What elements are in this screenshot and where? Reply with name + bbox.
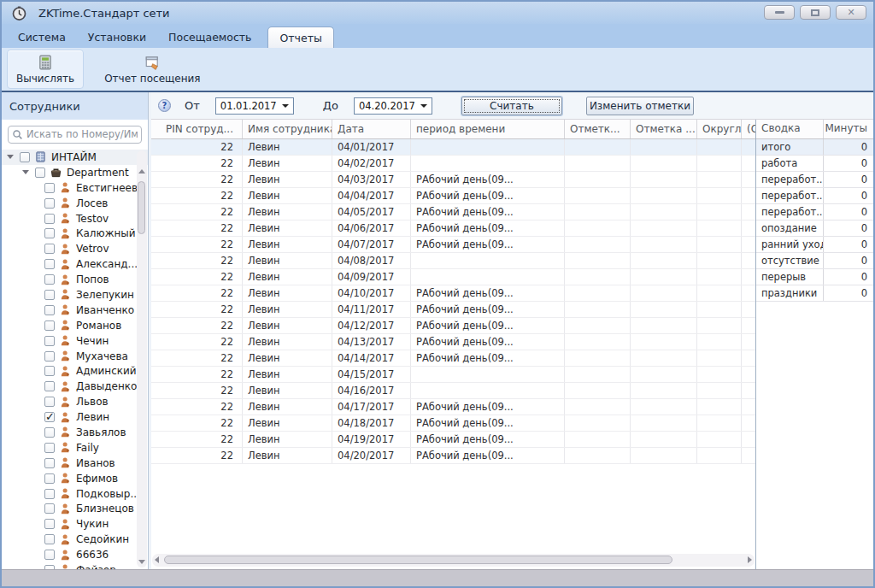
tree-node-employee[interactable]: Подковыр...	[2, 486, 148, 502]
tree-node-employee[interactable]: Калюжный	[2, 226, 148, 241]
menu-item[interactable]: Отчеты	[267, 26, 333, 48]
column-header-mark1[interactable]: Отметк...	[565, 120, 631, 138]
table-row[interactable]: 22 Левин 04/10/2017 РАбочий день(09...	[151, 285, 755, 302]
table-row[interactable]: 22 Левин 04/05/2017 РАбочий день(09...	[151, 204, 755, 220]
tree-node-employee[interactable]: Vetrov	[2, 241, 148, 256]
table-row[interactable]: 22 Левин 04/06/2017 РАбочий день(09...	[151, 220, 755, 237]
menu-item[interactable]: Посещаемость	[157, 26, 262, 48]
summary-row[interactable]: перерыв 0	[756, 269, 873, 285]
table-row[interactable]: 22 Левин 04/07/2017 РАбочий день(09...	[151, 237, 755, 253]
employee-checkbox[interactable]	[44, 336, 55, 346]
table-row[interactable]: 22 Левин 04/20/2017 РАбочий день(09...	[151, 448, 755, 464]
horizontal-scrollbar[interactable]	[152, 554, 755, 567]
tree-node-employee[interactable]: Попов	[2, 272, 148, 287]
employee-checkbox[interactable]	[44, 503, 55, 514]
summary-row[interactable]: работа 0	[756, 156, 873, 172]
employee-checkbox[interactable]	[44, 183, 55, 193]
tree-node-employee[interactable]: Близнецов	[2, 501, 148, 516]
tree-node-employee[interactable]: Мухачева	[2, 349, 148, 364]
table-row[interactable]: 22 Левин 04/16/2017	[151, 383, 755, 399]
tree-node-employee[interactable]: Лосев	[2, 196, 148, 211]
column-header-mark2[interactable]: Отметка ...	[631, 120, 697, 138]
employee-checkbox[interactable]	[44, 565, 55, 569]
tree-node-employee[interactable]: Завьялов	[2, 425, 148, 440]
table-row[interactable]: 22 Левин 04/09/2017	[151, 269, 755, 285]
tree-scrollbar[interactable]	[137, 150, 147, 567]
table-row[interactable]: 22 Левин 04/04/2017 РАбочий день(09...	[151, 188, 755, 204]
tree-node-employee[interactable]: Чечин	[2, 333, 148, 349]
tree-node-employee[interactable]: Чукин	[2, 516, 148, 532]
company-checkbox[interactable]	[20, 152, 30, 162]
table-row[interactable]: 22 Левин 04/17/2017 РАбочий день(09...	[151, 399, 755, 415]
employee-checkbox[interactable]	[44, 274, 55, 285]
tree-node-employee[interactable]: Александ...	[2, 256, 148, 272]
employee-checkbox[interactable]	[44, 305, 55, 315]
employee-checkbox[interactable]	[44, 534, 55, 544]
employee-checkbox[interactable]	[44, 228, 55, 238]
maximize-button[interactable]	[800, 5, 831, 20]
horizontal-scrollbar-thumb[interactable]	[164, 556, 672, 564]
employee-checkbox[interactable]	[44, 427, 55, 438]
employee-checkbox[interactable]	[44, 473, 55, 484]
scroll-down-icon[interactable]	[138, 560, 145, 564]
column-header-pin[interactable]: PIN сотруд...	[151, 120, 243, 138]
scroll-up-icon[interactable]	[138, 169, 145, 173]
summary-row[interactable]: переработ... 0	[756, 204, 873, 220]
employee-checkbox[interactable]	[44, 381, 55, 391]
employee-checkbox[interactable]	[44, 351, 55, 362]
menu-item[interactable]: Установки	[77, 26, 157, 48]
employee-checkbox[interactable]	[44, 458, 55, 468]
to-date-select[interactable]: 04.20.2017	[354, 97, 432, 115]
scroll-right-icon[interactable]	[748, 556, 752, 563]
tree-node-employee[interactable]: Зелепукин	[2, 287, 148, 303]
expand-arrow-icon[interactable]	[7, 155, 14, 159]
employee-checkbox[interactable]	[44, 412, 55, 422]
tree-node-employee[interactable]: Давыденко	[2, 379, 148, 394]
employee-checkbox[interactable]	[44, 259, 55, 269]
minutes-column-header[interactable]: Минуты	[824, 120, 873, 138]
tree-node-employee[interactable]: Седойкин	[2, 532, 148, 547]
tree-node-employee[interactable]: Testov	[2, 211, 148, 226]
summary-column-header[interactable]: Сводка	[756, 120, 824, 138]
table-row[interactable]: 22 Левин 04/19/2017 РАбочий день(09...	[151, 432, 755, 448]
tree-node-employee[interactable]: 66636	[2, 547, 148, 562]
table-row[interactable]: 22 Левин 04/03/2017 РАбочий день(09...	[151, 172, 755, 188]
close-button[interactable]: ✕	[836, 5, 866, 20]
column-header-period[interactable]: период времени	[411, 120, 565, 138]
table-row[interactable]: 22 Левин 04/13/2017 РАбочий день(09...	[151, 334, 755, 350]
summary-row[interactable]: отсутствие 0	[756, 253, 873, 269]
summary-row[interactable]: праздники 0	[756, 285, 873, 302]
tree-node-employee[interactable]: Романов	[2, 318, 148, 333]
minimize-button[interactable]	[764, 5, 795, 20]
tree-node-employee[interactable]: Админский	[2, 363, 148, 379]
summary-row[interactable]: переработ... 0	[756, 172, 873, 188]
expand-arrow-icon[interactable]	[22, 170, 29, 174]
tree-node-employee[interactable]: Иванченко	[2, 303, 148, 318]
employee-checkbox[interactable]	[44, 198, 55, 209]
tree-node-department[interactable]: Department	[2, 165, 148, 180]
count-button[interactable]: Считать	[461, 97, 562, 115]
table-row[interactable]: 22 Левин 04/12/2017 РАбочий день(09...	[151, 318, 755, 334]
department-checkbox[interactable]	[35, 168, 45, 178]
employee-checkbox[interactable]	[44, 489, 55, 499]
tree-node-employee[interactable]: Иванов	[2, 456, 148, 471]
column-header-rounded[interactable]: Округлен...	[697, 120, 742, 138]
summary-row[interactable]: итого 0	[756, 139, 873, 156]
from-date-select[interactable]: 01.01.2017	[215, 97, 294, 115]
tree-node-employee[interactable]: Левин	[2, 409, 148, 425]
table-row[interactable]: 22 Левин 04/15/2017	[151, 367, 755, 383]
search-input[interactable]	[26, 128, 138, 140]
tree-node-company[interactable]: ИНТАЙМ	[2, 150, 148, 165]
table-row[interactable]: 22 Левин 04/18/2017 РАбочий день(09...	[151, 415, 755, 432]
table-row[interactable]: 22 Левин 04/11/2017 РАбочий день(09...	[151, 302, 755, 318]
help-icon[interactable]: ?	[158, 99, 171, 112]
employee-checkbox[interactable]	[44, 320, 55, 331]
summary-row[interactable]: переработ... 0	[756, 188, 873, 204]
column-header-date[interactable]: Дата	[332, 120, 411, 138]
table-row[interactable]: 22 Левин 04/01/2017	[151, 139, 755, 156]
column-header-name[interactable]: Имя сотрудника	[243, 120, 332, 138]
employee-checkbox[interactable]	[44, 214, 55, 224]
scroll-left-icon[interactable]	[155, 556, 159, 563]
tree-node-employee[interactable]: Львов	[2, 394, 148, 409]
tree-scrollbar-thumb[interactable]	[138, 181, 145, 234]
